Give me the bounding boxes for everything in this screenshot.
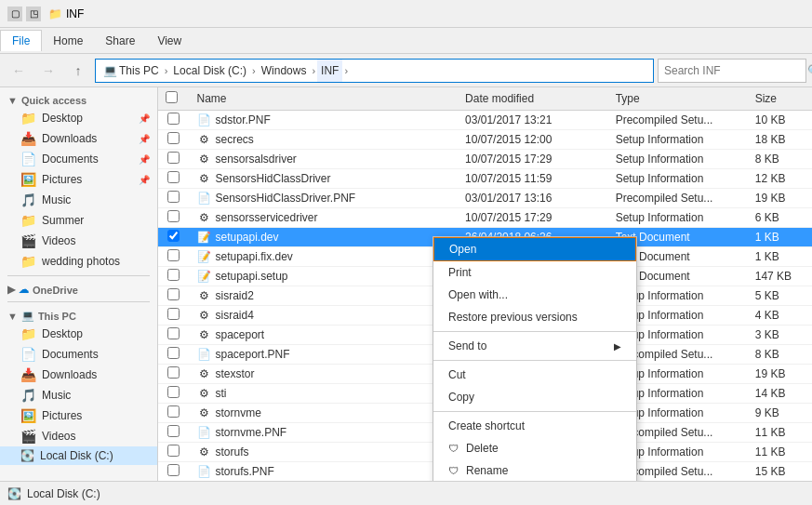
up-button[interactable]: ↑ [65, 58, 91, 84]
table-row[interactable]: ⚙ sensorsalsdriver 10/07/2015 17:29 Setu… [158, 150, 812, 169]
row-checkbox-cell[interactable] [158, 286, 189, 306]
sidebar-item-downloads[interactable]: 📥 Downloads 📌 [0, 128, 157, 149]
context-menu-item-rename[interactable]: 🛡Rename [433, 459, 636, 481]
crumb-windows[interactable]: Windows [258, 60, 311, 82]
row-checkbox[interactable] [167, 191, 180, 203]
row-checkbox[interactable] [167, 347, 180, 359]
context-menu-item-create-shortcut[interactable]: Create shortcut [433, 415, 636, 437]
row-checkbox-cell[interactable] [158, 150, 189, 169]
sidebar-section-title-this-pc[interactable]: ▼ 💻 This PC [0, 306, 157, 324]
col-type[interactable]: Type [608, 87, 748, 111]
row-checkbox[interactable] [167, 288, 180, 300]
select-all-checkbox[interactable] [166, 91, 178, 103]
row-checkbox[interactable] [167, 269, 180, 281]
row-checkbox-cell[interactable] [158, 306, 189, 326]
menu-tab-home[interactable]: Home [42, 31, 94, 51]
address-bar[interactable]: 💻 This PC › Local Disk (C:) › Windows › … [95, 59, 654, 83]
row-checkbox-cell[interactable] [158, 130, 189, 150]
sidebar-section-title-quick-access[interactable]: ▼ Quick access [0, 91, 157, 108]
file-icon: ⚙ [196, 308, 211, 323]
sidebar-item-wedding[interactable]: 📁 wedding photos [0, 251, 157, 272]
row-checkbox-cell[interactable] [158, 384, 189, 404]
row-checkbox[interactable] [167, 405, 180, 418]
table-row[interactable]: 📄 SensorsHidClassDriver.PNF 03/01/2017 1… [158, 189, 812, 208]
pin-icon: 📌 [139, 175, 150, 185]
row-checkbox[interactable] [167, 425, 180, 437]
forward-button[interactable]: → [35, 58, 61, 84]
row-checkbox-cell[interactable] [158, 462, 189, 482]
row-checkbox-cell[interactable] [158, 208, 189, 228]
folder-icon: 📥 [20, 131, 36, 146]
row-checkbox-cell[interactable] [158, 228, 189, 247]
row-checkbox[interactable] [167, 308, 180, 320]
col-date[interactable]: Date modified [458, 87, 608, 111]
context-menu-item-open[interactable]: Open [433, 237, 636, 261]
sidebar-item-pictures[interactable]: 🖼️ Pictures 📌 [0, 169, 157, 190]
row-checkbox-cell[interactable] [158, 345, 189, 365]
sidebar-item-videos[interactable]: 🎬 Videos [0, 231, 157, 251]
sidebar-item-this-pc-documents[interactable]: 📄 Documents [0, 344, 157, 365]
back-button[interactable]: ← [6, 58, 32, 84]
row-checkbox[interactable] [167, 132, 180, 144]
sidebar: ▼ Quick access 📁 Desktop 📌 📥 Downloads 📌… [0, 87, 158, 481]
sidebar-item-summer[interactable]: 📁 Summer [0, 210, 157, 231]
menu-tab-share[interactable]: Share [94, 31, 146, 51]
row-checkbox-cell[interactable] [158, 326, 189, 345]
row-checkbox-cell[interactable] [158, 111, 189, 130]
row-checkbox[interactable] [167, 386, 180, 398]
context-menu-item-copy[interactable]: Copy [433, 386, 636, 408]
sidebar-item-this-pc-downloads[interactable]: 📥 Downloads [0, 365, 157, 385]
row-checkbox[interactable] [167, 152, 180, 164]
menu-tab-view[interactable]: View [146, 31, 193, 51]
row-checkbox[interactable] [167, 171, 180, 183]
row-checkbox-cell[interactable] [158, 247, 189, 267]
row-size: 1 KB [748, 228, 812, 247]
crumb-local-disk[interactable]: Local Disk (C:) [169, 60, 250, 82]
row-checkbox-cell[interactable] [158, 404, 189, 423]
main-area: ▼ Quick access 📁 Desktop 📌 📥 Downloads 📌… [0, 87, 812, 481]
row-checkbox-cell[interactable] [158, 423, 189, 443]
sidebar-section-title-onedrive[interactable]: ▶ ☁ OneDrive [0, 280, 157, 298]
row-checkbox[interactable] [167, 445, 180, 457]
row-checkbox[interactable] [167, 366, 180, 379]
context-menu-item-send-to[interactable]: Send to▶ [433, 335, 636, 357]
sidebar-item-this-pc-music[interactable]: 🎵 Music [0, 385, 157, 405]
table-row[interactable]: ⚙ sensorsservicedriver 10/07/2015 17:29 … [158, 208, 812, 228]
context-menu-item-print[interactable]: Print [433, 261, 636, 284]
sidebar-item-this-pc-pictures[interactable]: 🖼️ Pictures [0, 405, 157, 426]
sidebar-item-local-disk[interactable]: 💽 Local Disk (C:) [0, 446, 157, 465]
row-checkbox-cell[interactable] [158, 365, 189, 384]
menu-tab-file[interactable]: File [0, 30, 42, 51]
crumb-this-pc[interactable]: 💻 This PC [100, 60, 163, 82]
row-checkbox[interactable] [167, 230, 180, 242]
col-checkbox[interactable] [158, 87, 189, 111]
row-checkbox-cell[interactable] [158, 443, 189, 462]
sidebar-item-documents[interactable]: 📄 Documents 📌 [0, 149, 157, 169]
context-menu-item-open-with[interactable]: Open with... [433, 284, 636, 306]
row-checkbox-cell[interactable] [158, 267, 189, 286]
search-input[interactable] [664, 64, 804, 77]
search-box[interactable]: 🔍 [658, 59, 806, 83]
context-menu-label: Cut [448, 368, 466, 381]
sidebar-item-this-pc-videos[interactable]: 🎬 Videos [0, 426, 157, 446]
table-row[interactable]: ⚙ secrecs 10/07/2015 12:00 Setup Informa… [158, 130, 812, 150]
row-checkbox[interactable] [167, 327, 180, 339]
context-menu-item-restore[interactable]: Restore previous versions [433, 306, 636, 328]
row-checkbox-cell[interactable] [158, 169, 189, 189]
sidebar-item-this-pc-desktop[interactable]: 📁 Desktop [0, 324, 157, 344]
crumb-inf[interactable]: INF [317, 60, 342, 82]
row-checkbox[interactable] [167, 464, 180, 476]
row-name: 📄 sdstor.PNF [189, 111, 458, 130]
row-checkbox[interactable] [167, 113, 180, 125]
table-row[interactable]: ⚙ SensorsHidClassDriver 10/07/2015 11:59… [158, 169, 812, 189]
col-name[interactable]: Name [189, 87, 458, 111]
col-size[interactable]: Size [748, 87, 812, 111]
context-menu-item-delete[interactable]: 🛡Delete [433, 437, 636, 459]
row-checkbox[interactable] [167, 249, 180, 261]
sidebar-item-desktop[interactable]: 📁 Desktop 📌 [0, 108, 157, 128]
row-checkbox-cell[interactable] [158, 189, 189, 208]
table-row[interactable]: 📄 sdstor.PNF 03/01/2017 13:21 Precompile… [158, 111, 812, 130]
context-menu-item-cut[interactable]: Cut [433, 364, 636, 386]
row-checkbox[interactable] [167, 210, 180, 222]
sidebar-item-music[interactable]: 🎵 Music [0, 190, 157, 210]
